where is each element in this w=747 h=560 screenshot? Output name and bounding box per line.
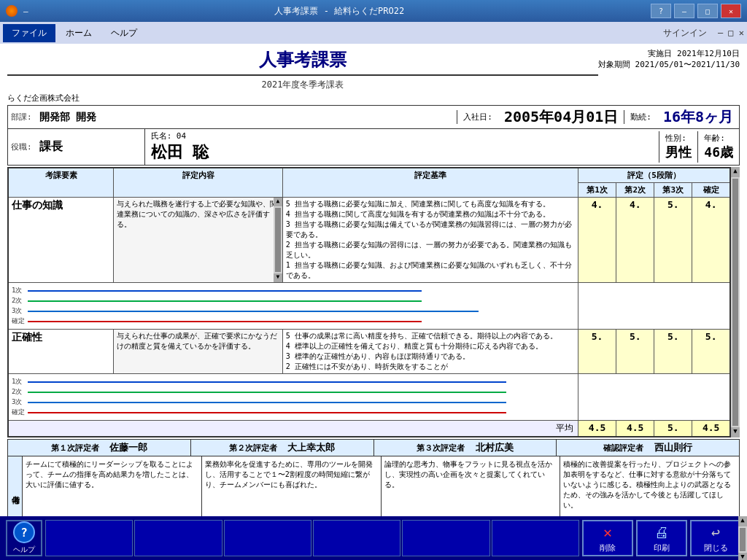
print-icon: 🖨 bbox=[653, 524, 670, 541]
reviewer-1-header: 第１次評定者 佐藤一郎 bbox=[8, 440, 191, 456]
avg-score-1: 4.5 bbox=[578, 421, 616, 438]
scroll-thumb[interactable] bbox=[732, 179, 738, 426]
reviewer-1-comment: チームにて積極的にリーダーシップを取ることによって、チームの指揮を高め結果力を増… bbox=[23, 456, 202, 516]
evaluation-table: 考課要素 評定内容 評定基準 評定（5段階） 第1次 第2次 第3次 確定 bbox=[7, 167, 731, 438]
close-button[interactable]: ↩ 閉じる bbox=[690, 520, 741, 556]
signin-controls: — □ ✕ bbox=[718, 28, 744, 38]
header-first: 第1次 bbox=[578, 183, 616, 198]
chart-row-1: 1次 2次 3次 確定 bbox=[8, 283, 730, 330]
delete-button[interactable]: ✕ 削除 bbox=[582, 520, 633, 556]
score-2-1: 5. bbox=[578, 330, 616, 374]
main-scroll-up[interactable]: ▲ bbox=[738, 516, 747, 526]
document-dates: 実施日 2021年12月10日 対象期間 2021/05/01〜2021/11/… bbox=[598, 48, 740, 91]
date-label: 実施日 bbox=[648, 49, 672, 58]
period-label: 対象期間 bbox=[598, 60, 630, 69]
scroll-up[interactable]: ▲ bbox=[731, 167, 740, 177]
criteria-1: 仕事の知識 bbox=[8, 198, 114, 283]
document-subtitle: 2021年度冬季考課表 bbox=[7, 79, 598, 91]
scroll-down[interactable]: ▼ bbox=[731, 427, 740, 438]
print-label: 印刷 bbox=[654, 542, 670, 553]
period-value: 2021/05/01〜2021/11/30 bbox=[635, 60, 740, 69]
bottom-toolbar: ? ヘルプ ✕ 削除 🖨 印刷 ↩ 閉じる ▲ ▼ bbox=[0, 516, 747, 560]
standard-2: 5 仕事の成果は常に高い精度を持ち、正確で信頼できる。期待以上の内容である。 4… bbox=[282, 330, 578, 374]
table-scrollbar[interactable]: ▲ ▼ bbox=[731, 167, 740, 438]
gender-label: 性別: bbox=[665, 133, 692, 144]
gender-value: 男性 bbox=[665, 144, 692, 161]
spacer-4 bbox=[313, 520, 400, 556]
standard-1: 5 担当する職務に必要な知識に加え、関連業務に関しても高度な知識を有する。 4 … bbox=[282, 198, 578, 283]
help-button[interactable]: ? ヘルプ bbox=[6, 520, 42, 556]
minimize-btn[interactable]: — bbox=[23, 7, 28, 16]
comment-sidebar-label: 備考 bbox=[8, 456, 23, 516]
content-2: 与えられた仕事の成果が、正確で要求にかなうだけの精度と質を備えているかを評価する… bbox=[114, 330, 283, 374]
average-row: 平均 4.5 4.5 5. 4.5 bbox=[8, 421, 730, 438]
delete-label: 削除 bbox=[600, 542, 616, 553]
name-value: 松田 聡 bbox=[151, 141, 654, 163]
company-name: らくだ企画株式会社 bbox=[7, 93, 740, 104]
help-menu[interactable]: ヘルプ bbox=[102, 24, 146, 42]
action-buttons: ✕ 削除 🖨 印刷 ↩ 閉じる bbox=[582, 520, 741, 556]
title-bar: — 人事考課票 - 給料らくだPRO22 ? — □ ✕ bbox=[0, 0, 747, 22]
header-third: 第3次 bbox=[654, 183, 692, 198]
name-label: 氏名: 04 bbox=[151, 131, 654, 141]
signin-area: サインイン — □ ✕ bbox=[663, 27, 744, 39]
help-btn[interactable]: ? bbox=[651, 4, 671, 18]
reviewer-body: 備考 チームにて積極的にリーダーシップを取ることによって、チームの指揮を高め結果… bbox=[8, 456, 739, 516]
age-value: 46歳 bbox=[704, 144, 733, 161]
close-label: 閉じる bbox=[704, 542, 728, 553]
reviewer-1-name: 佐藤一郎 bbox=[109, 442, 147, 453]
avg-label: 平均 bbox=[8, 421, 578, 438]
menu-bar: ファイル ホーム ヘルプ サインイン — □ ✕ bbox=[0, 22, 747, 44]
minimize-btn[interactable]: — bbox=[674, 4, 694, 18]
reviewer-2-header: 第２次評定者 大上幸太郎 bbox=[191, 440, 374, 456]
main-scrollbar[interactable]: ▲ ▼ bbox=[738, 516, 747, 560]
header-criteria: 考課要素 bbox=[8, 168, 114, 198]
delete-icon: ✕ bbox=[599, 524, 616, 541]
table-row: 正確性 与えられた仕事の成果が、正確で要求にかなうだけの精度と質を備えているかを… bbox=[8, 330, 730, 374]
home-menu[interactable]: ホーム bbox=[57, 24, 101, 42]
spacer-2 bbox=[134, 520, 222, 556]
document-title: 人事考課票 bbox=[7, 48, 598, 76]
chart-row-2: 1次 2次 3次 確定 bbox=[8, 374, 730, 421]
reviewer-4-label: 確認評定者 bbox=[603, 443, 643, 453]
score-1-4: 4. bbox=[692, 198, 730, 283]
score-2-2: 5. bbox=[616, 330, 654, 374]
header-confirm: 確定 bbox=[692, 183, 730, 198]
main-scroll-down[interactable]: ▼ bbox=[738, 553, 747, 560]
reviewer-2-name: 大上幸太郎 bbox=[287, 442, 335, 453]
age-label: 年齢: bbox=[704, 133, 733, 144]
reviewer-section: 第１次評定者 佐藤一郎 第２次評定者 大上幸太郎 第３次評定者 北村広美 確認評… bbox=[7, 439, 740, 516]
role-value: 課長 bbox=[35, 138, 144, 156]
file-menu[interactable]: ファイル bbox=[3, 24, 55, 42]
reviewer-3-label: 第３次評定者 bbox=[417, 443, 465, 453]
spacer-buttons bbox=[45, 520, 579, 556]
header-standard: 評定基準 bbox=[282, 168, 578, 198]
date-value: 2021年12月10日 bbox=[677, 49, 740, 58]
header-second: 第2次 bbox=[616, 183, 654, 198]
score-2-3: 5. bbox=[654, 330, 692, 374]
maximize-btn[interactable]: □ bbox=[697, 4, 718, 18]
avg-score-4: 4.5 bbox=[692, 421, 730, 438]
score-1-3: 5. bbox=[654, 198, 692, 283]
help-label: ヘルプ bbox=[13, 545, 35, 555]
tenure-value: 16年8ヶ月 bbox=[657, 106, 739, 128]
main-scroll-thumb[interactable] bbox=[740, 528, 746, 551]
tenure-label: 勤続: bbox=[624, 110, 657, 124]
app-icon bbox=[6, 5, 18, 17]
reviewer-3-header: 第３次評定者 北村広美 bbox=[374, 440, 557, 456]
spacer-6 bbox=[492, 520, 579, 556]
content-1: 与えられた職務を遂行する上で必要な知識や、関連業務についての知識の、深さや広さを… bbox=[114, 198, 283, 283]
role-label: 役職: bbox=[8, 140, 35, 154]
title-bar-left: — bbox=[6, 5, 28, 17]
table-row: 仕事の知識 与えられた職務を遂行する上で必要な知識や、関連業務についての知識の、… bbox=[8, 198, 730, 283]
reviewer-headers: 第１次評定者 佐藤一郎 第２次評定者 大上幸太郎 第３次評定者 北村広美 確認評… bbox=[8, 440, 739, 456]
avg-score-3: 5. bbox=[654, 421, 692, 438]
close-btn[interactable]: ✕ bbox=[721, 4, 741, 18]
window-title: 人事考課票 - 給料らくだPRO22 bbox=[28, 5, 651, 18]
print-button[interactable]: 🖨 印刷 bbox=[636, 520, 687, 556]
hire-value: 2005年04月01日 bbox=[498, 106, 624, 128]
reviewer-4-header: 確認評定者 西山則行 bbox=[557, 440, 739, 456]
window-controls: ? — □ ✕ bbox=[651, 4, 741, 18]
signin-text[interactable]: サインイン bbox=[663, 28, 707, 38]
avg-score-2: 4.5 bbox=[616, 421, 654, 438]
